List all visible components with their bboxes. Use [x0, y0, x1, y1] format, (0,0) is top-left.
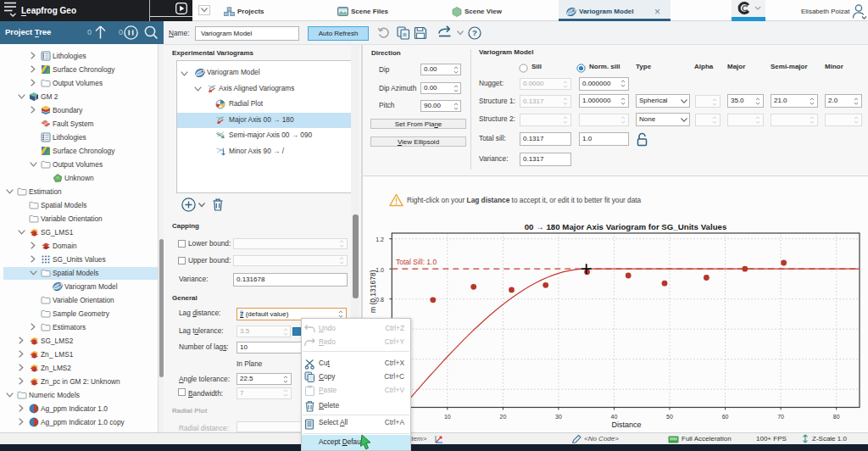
svg-text:60: 60	[722, 414, 729, 420]
svg-text:1.2: 1.2	[376, 237, 384, 242]
svg-text:30: 30	[555, 414, 562, 420]
svg-text:Total Sill: 1.0: Total Sill: 1.0	[396, 258, 437, 266]
svg-text:80: 80	[833, 414, 840, 420]
svg-text:Distance: Distance	[611, 420, 641, 429]
svg-text:m (0.131678): m (0.131678)	[369, 270, 377, 313]
svg-text:?: ?	[472, 28, 477, 37]
svg-text:10: 10	[444, 414, 451, 420]
svg-text:70: 70	[777, 414, 784, 420]
svg-text:40: 40	[611, 414, 618, 420]
svg-text:20: 20	[500, 414, 507, 420]
svg-text:50: 50	[666, 414, 673, 420]
